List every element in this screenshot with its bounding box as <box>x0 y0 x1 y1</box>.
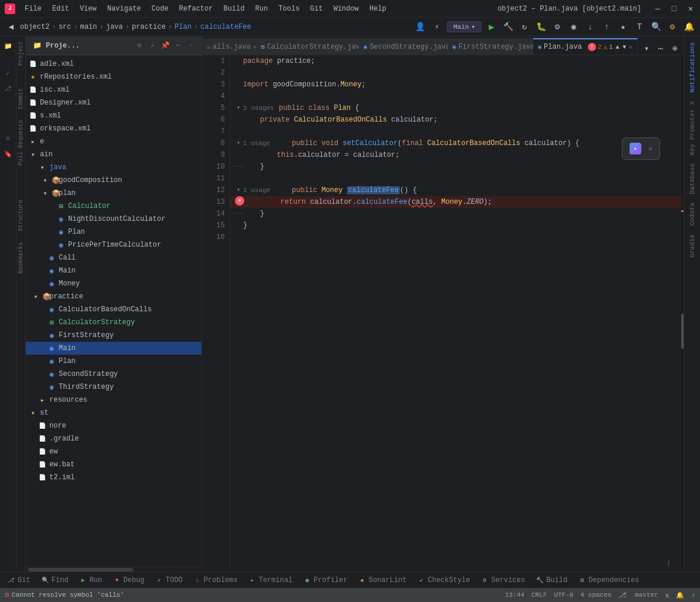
gradle-tool[interactable]: Gradle <box>686 231 698 261</box>
translate-button[interactable]: T <box>633 21 646 33</box>
breadcrumb-practice[interactable]: practice <box>132 23 166 31</box>
run-button[interactable]: ▶ <box>485 21 498 33</box>
tree-item-resources[interactable]: ▸ resources <box>26 394 201 406</box>
bottom-tab-dependencies[interactable]: ⊞ Dependencies <box>573 574 644 587</box>
menu-tools[interactable]: Tools <box>274 4 304 14</box>
database-tool[interactable]: Database <box>686 160 698 198</box>
bottom-tab-run[interactable]: ▶ Run <box>74 574 107 587</box>
tab-split-icon[interactable]: ⊕ <box>668 42 681 55</box>
status-encoding[interactable]: UTF-8 <box>554 591 573 598</box>
pull-requests-tool-button[interactable]: ⎇ <box>1 81 15 95</box>
tree-item-java[interactable]: ▾ java <box>26 161 201 174</box>
status-power-icon[interactable]: ⚡ <box>691 591 695 599</box>
minimize-button[interactable]: — <box>653 4 662 14</box>
tab-calls[interactable]: ☕ alls.java ✕ <box>202 38 257 55</box>
code-content[interactable]: ▸ package practice; ▸ ▸ import goodCompo… <box>230 55 684 571</box>
menu-view[interactable]: View <box>75 4 102 14</box>
fold-5[interactable]: ▾ <box>235 102 242 114</box>
bottom-tab-find[interactable]: 🔍 Find <box>36 574 73 587</box>
tab-close-plan[interactable]: ✕ <box>629 43 632 51</box>
tree-item-calculatorbasedoncalls[interactable]: ◉ CalculatorBasedOnCalls <box>26 303 201 316</box>
tree-item-nightdiscount[interactable]: ◉ NightDiscountCalculator <box>26 213 201 226</box>
menu-code[interactable]: Code <box>147 4 173 14</box>
breadcrumb-project[interactable]: object2 <box>20 23 49 31</box>
bottom-tab-todo[interactable]: ✓ TODO <box>150 574 187 587</box>
tree-item-plan-folder[interactable]: ▾ 📦 plan <box>26 187 201 200</box>
codota-tool[interactable]: Codota <box>686 199 698 230</box>
tree-item-plan2[interactable]: ◉ Plan <box>26 355 201 368</box>
tab-list-icon[interactable]: ▾ <box>640 42 653 55</box>
notifications-button[interactable]: 🔔 <box>682 21 695 33</box>
bookmarks-tool-button[interactable]: 🔖 <box>1 147 15 161</box>
status-line-ending[interactable]: CRLF <box>531 591 547 598</box>
tab-calculatorstrategy[interactable]: ⊞ CalculatorStrategy.java ✕ <box>257 38 359 55</box>
menu-run[interactable]: Run <box>250 4 272 14</box>
tree-item-gradle[interactable]: 📄 .gradle <box>26 432 201 445</box>
menu-navigate[interactable]: Navigate <box>102 4 146 14</box>
fold-8[interactable]: ▾ <box>235 137 242 149</box>
menu-git[interactable]: Git <box>305 4 328 14</box>
breadcrumb-calculateFee[interactable]: calculateFee <box>200 23 251 31</box>
menu-file[interactable]: File <box>20 4 46 14</box>
project-label[interactable]: Project <box>16 39 25 68</box>
tab-secondstrategy[interactable]: ◉ SecondStrategy.java ✕ <box>359 38 447 55</box>
menu-refactor[interactable]: Refactor <box>174 4 218 14</box>
bottom-tab-git[interactable]: ⎇ Git <box>2 574 35 587</box>
panel-minimize-icon[interactable]: − <box>185 40 197 52</box>
tree-item-orkspace[interactable]: 📄 orkspace.xml <box>26 122 201 135</box>
git-update-button[interactable]: ↓ <box>584 21 597 33</box>
tree-item-ewbat[interactable]: 📄 ew.bat <box>26 458 201 471</box>
tree-item-t2iml[interactable]: 📄 t2.iml <box>26 471 201 484</box>
tree-item-designer[interactable]: 📄 Designer.xml <box>26 96 201 109</box>
tree-item-pricepertime[interactable]: ◉ PricePerTimeCalculator <box>26 238 201 251</box>
commit-label[interactable]: Commit <box>16 86 25 112</box>
tree-item-thirdstrategy[interactable]: ◉ ThirdStrategy <box>26 381 201 394</box>
menu-help[interactable]: Help <box>365 4 391 14</box>
fold-12[interactable]: ▾ <box>235 184 242 196</box>
vscroll-thumb[interactable] <box>681 314 684 349</box>
settings-button[interactable]: ⚙ <box>666 21 679 33</box>
tree-item-practice-package[interactable]: ▾ 📦 practice <box>26 290 201 303</box>
notifications-tool[interactable]: Notifications <box>686 39 698 96</box>
status-position[interactable]: 13:44 <box>505 591 524 598</box>
tree-item-main-goodcomp[interactable]: ◉ Main <box>26 264 201 277</box>
ai-popup-close-button[interactable]: ✕ <box>648 144 652 153</box>
tree-item-st[interactable]: ▾ st <box>26 406 201 419</box>
panel-pin-icon[interactable]: 📌 <box>159 40 171 52</box>
profiler-button[interactable]: ◉ <box>567 21 580 33</box>
reload-button[interactable]: ↻ <box>518 21 531 33</box>
tree-item-plan-class[interactable]: ◉ Plan <box>26 226 201 238</box>
search-everywhere-icon[interactable]: 👤 <box>414 21 427 33</box>
tree-item-firststrategy[interactable]: ◉ FirstStrategy <box>26 329 201 342</box>
breadcrumb-main[interactable]: main <box>80 23 97 31</box>
close-button[interactable]: ✕ <box>686 4 695 14</box>
bottom-tab-services[interactable]: ⚙ Services <box>476 574 530 587</box>
breadcrumb-java[interactable]: java <box>106 23 123 31</box>
fold-14[interactable]: ··· <box>235 208 242 220</box>
main-config-button[interactable]: Main ▾ <box>447 21 482 32</box>
tree-item-s-xml[interactable]: 📄 s.xml <box>26 109 201 122</box>
pull-requests-label[interactable]: Pull Requests <box>16 117 25 168</box>
tab-more-icon[interactable]: ⋯ <box>654 42 667 55</box>
menu-window[interactable]: Window <box>329 4 364 14</box>
tree-item-calculator[interactable]: ⊞ Calculator <box>26 200 201 213</box>
tree-item-adle[interactable]: 📄 adle.xml <box>26 58 201 70</box>
scroll-up-icon[interactable]: ▲ <box>615 41 620 53</box>
fold-10[interactable]: ··· <box>235 161 242 173</box>
coverage-button[interactable]: ⚙ <box>551 21 564 33</box>
bottom-tab-build[interactable]: 🔨 Build <box>531 574 572 587</box>
bookmark-button[interactable]: ★ <box>617 21 630 33</box>
git-push-button[interactable]: ↑ <box>600 21 613 33</box>
back-button[interactable]: ◀ <box>5 21 18 33</box>
breadcrumb-plan[interactable]: Plan <box>174 23 191 31</box>
tree-item-money[interactable]: ◉ Money <box>26 277 201 290</box>
bottom-tab-profiler[interactable]: ◉ Profiler <box>298 574 352 587</box>
menu-edit[interactable]: Edit <box>48 4 74 14</box>
key-promoter-tool[interactable]: Key Promoter X <box>686 97 698 159</box>
structure-tool-button[interactable]: ≡ <box>1 132 15 146</box>
bottom-tab-checkstyle[interactable]: ✔ CheckStyle <box>413 574 475 587</box>
tree-item-ew[interactable]: 📄 ew <box>26 445 201 458</box>
scroll-down-icon[interactable]: ▼ <box>622 41 627 53</box>
tree-item-nore[interactable]: 📄 nore <box>26 419 201 432</box>
tree-item-calculatorstrategy[interactable]: ⊞ CalculatorStrategy <box>26 316 201 329</box>
